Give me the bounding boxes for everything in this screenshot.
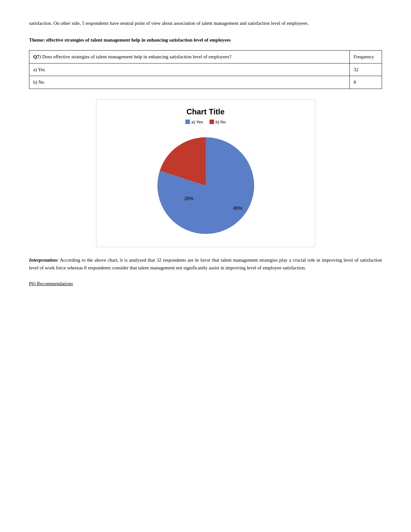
intro-paragraph: satisfaction. On other side, 5 responden… — [29, 19, 382, 27]
interpretation-label: Interpretation: — [29, 257, 59, 263]
legend-color-no — [210, 120, 214, 124]
option-yes-frequency: 32 — [350, 63, 382, 76]
pie-chart-svg: 80% 20% — [138, 131, 273, 240]
table-row: a) Yes 32 — [29, 63, 382, 76]
table-row: b) No 8 — [29, 76, 382, 89]
interpretation-paragraph: Interpretation: According to the above c… — [29, 256, 382, 272]
pie-label-no: 20% — [184, 196, 193, 201]
option-no-frequency: 8 — [350, 76, 382, 89]
legend-label-no: b) No — [216, 120, 226, 124]
legend-item-yes: a) Yes — [185, 120, 203, 124]
pie-label-yes: 80% — [233, 206, 242, 211]
pie-chart-wrapper: 80% 20% — [103, 131, 308, 240]
table-frequency-header: Frequency — [350, 51, 382, 63]
legend-color-yes — [185, 120, 190, 124]
question-label-italic: ) — [39, 54, 41, 59]
option-yes-label: a) Yes — [29, 63, 350, 76]
recommendations-link[interactable]: P6) Recommendations — [29, 281, 73, 286]
legend-item-no: b) No — [210, 120, 226, 124]
theme-heading: Theme: effective strategies of talent ma… — [29, 36, 382, 44]
interpretation-text: According to the above chart, it is anal… — [29, 257, 382, 271]
chart-container: Chart Title a) Yes b) No 80% 20% — [96, 99, 315, 247]
question-label: Q7 — [33, 54, 39, 59]
chart-legend: a) Yes b) No — [103, 120, 308, 124]
question-text: Does effective strategies of talent mana… — [42, 54, 231, 59]
table-question-cell: Q7) Does effective strategies of talent … — [29, 51, 350, 63]
option-no-label: b) No — [29, 76, 350, 89]
chart-title: Chart Title — [103, 107, 308, 116]
survey-table: Q7) Does effective strategies of talent … — [29, 50, 382, 89]
recommendations-link-paragraph: P6) Recommendations — [29, 281, 382, 286]
legend-label-yes: a) Yes — [191, 120, 203, 124]
table-header-row: Q7) Does effective strategies of talent … — [29, 51, 382, 63]
